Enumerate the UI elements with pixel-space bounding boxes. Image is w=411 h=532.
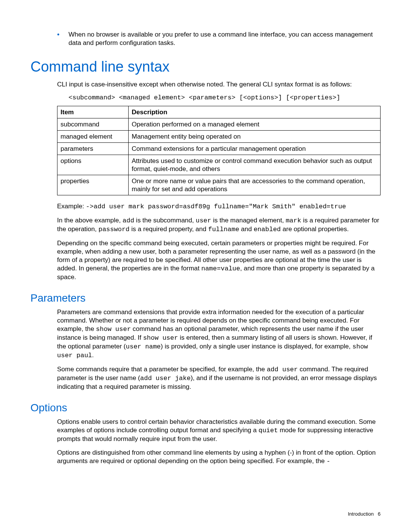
section-body: CLI input is case-insensitive except whe… xyxy=(57,80,381,281)
cell-desc: Management entity being operated on xyxy=(129,131,381,143)
parameters-body: Parameters are command extensions that p… xyxy=(57,308,381,391)
example-line: Example: ->add user mark password=asdf89… xyxy=(57,202,381,211)
syntax-table: Item Description subcommand Operation pe… xyxy=(57,106,381,195)
options-p2: Options are distinguished from other com… xyxy=(57,449,381,466)
code: show user xyxy=(143,334,178,342)
code: show user xyxy=(96,326,131,333)
code: add user jake xyxy=(140,375,191,382)
example-label: Example: xyxy=(57,203,86,210)
cell-desc: One or more name or value pairs that are… xyxy=(129,175,381,195)
text: are optional properties. xyxy=(281,225,349,233)
code: quiet xyxy=(258,427,278,434)
text: and xyxy=(239,225,254,233)
syntax-template: <subcommand> <managed element> <paramete… xyxy=(68,94,381,101)
cell-item: properties xyxy=(57,175,129,195)
options-p1: Options enable users to control certain … xyxy=(57,418,381,443)
text: is the subcommand, xyxy=(134,217,196,224)
code: add user xyxy=(267,366,298,373)
cell-item: managed element xyxy=(57,131,129,143)
code: mark xyxy=(286,217,301,224)
text: ) is provided, only a single user instan… xyxy=(161,343,352,350)
options-body: Options enable users to control certain … xyxy=(57,418,381,466)
heading-options: Options xyxy=(30,402,381,414)
code: add xyxy=(123,217,134,224)
syntax-code: <subcommand> <managed element> <paramete… xyxy=(68,94,340,101)
text: In the above example, xyxy=(57,217,123,224)
footer-section: Introduction xyxy=(348,511,374,517)
cell-desc: Attributes used to customize or control … xyxy=(129,155,381,175)
code: password xyxy=(99,226,130,233)
code: fullname xyxy=(208,226,239,233)
text: is a required property, and xyxy=(129,225,208,233)
page: • When no browser is available or you pr… xyxy=(0,0,411,532)
table-header-row: Item Description xyxy=(57,106,381,118)
parameters-p2: Some commands require that a parameter b… xyxy=(57,365,381,391)
page-footer: Introduction 6 xyxy=(348,511,381,517)
code: - xyxy=(327,458,330,465)
cell-desc: Operation performed on a managed element xyxy=(129,118,381,131)
bullet-text: When no browser is available or you pref… xyxy=(68,30,381,47)
cell-desc: Command extensions for a particular mana… xyxy=(129,143,381,155)
text: . xyxy=(92,351,94,359)
text: is the managed element, xyxy=(211,217,286,224)
code: enabled xyxy=(253,226,280,233)
th-item: Item xyxy=(57,106,129,118)
table-row: options Attributes used to customize or … xyxy=(57,155,381,175)
example-explain: In the above example, add is the subcomm… xyxy=(57,216,381,234)
table-row: subcommand Operation performed on a mana… xyxy=(57,118,381,131)
code: user xyxy=(196,217,211,224)
intro-paragraph: CLI input is case-insensitive except whe… xyxy=(57,80,381,89)
footer-page-number: 6 xyxy=(378,511,381,517)
cell-item: parameters xyxy=(57,143,129,155)
cell-item: options xyxy=(57,155,129,175)
code: user name xyxy=(126,343,161,350)
parameters-p1: Parameters are command extensions that p… xyxy=(57,308,381,360)
cell-item: subcommand xyxy=(57,118,129,131)
depending-paragraph: Depending on the specific command being … xyxy=(57,239,381,281)
th-description: Description xyxy=(129,106,381,118)
bullet-item: • When no browser is available or you pr… xyxy=(57,30,381,47)
heading-command-line-syntax: Command line syntax xyxy=(30,59,381,75)
code: name=value xyxy=(201,265,240,272)
bullet-icon: • xyxy=(57,30,68,47)
table-row: properties One or more name or value pai… xyxy=(57,175,381,195)
heading-parameters: Parameters xyxy=(30,292,381,304)
example-code: ->add user mark password=asdf89g fullnam… xyxy=(86,203,346,210)
table-row: parameters Command extensions for a part… xyxy=(57,143,381,155)
text: Some commands require that a parameter b… xyxy=(57,366,267,373)
table-row: managed element Management entity being … xyxy=(57,131,381,143)
